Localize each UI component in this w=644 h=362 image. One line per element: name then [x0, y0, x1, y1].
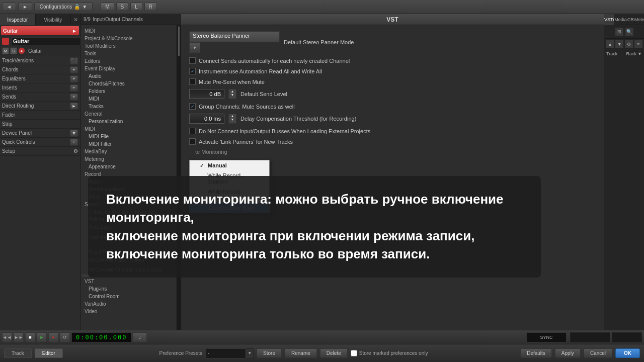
panner-select[interactable]: Stereo Balance Panner — [189, 31, 280, 42]
send-level-input[interactable] — [189, 89, 224, 99]
s-button[interactable]: S — [116, 3, 129, 11]
pref-item-midi-file[interactable]: MIDI File — [80, 133, 177, 140]
inspector-equalizers[interactable]: Equalizers + — [0, 74, 80, 83]
inserts-btn[interactable]: + — [70, 84, 78, 92]
sends-btn[interactable]: + — [70, 94, 78, 101]
vsti-grid-btn[interactable]: ⊞ — [615, 27, 624, 36]
inspector-setup[interactable]: Setup ⚙ — [0, 147, 80, 156]
pref-item-dots[interactable]: ... — [80, 241, 177, 249]
pref-item-midi-sub[interactable]: MIDI — [80, 95, 177, 103]
tab-meter[interactable]: Meter — [634, 14, 644, 25]
tab-vsti[interactable]: VSTi — [604, 14, 614, 25]
pref-item-record-midi[interactable]: MIDI — [80, 193, 177, 201]
inspector-device-panel[interactable]: Device Panel ▼ — [0, 129, 80, 138]
no-connect-checkbox[interactable] — [189, 128, 196, 134]
inspector-close-btn[interactable]: ✕ — [71, 14, 80, 25]
inspector-track-versions[interactable]: TrackVersions ⬛ — [0, 56, 80, 65]
apply-btn[interactable]: Apply — [555, 348, 581, 358]
cancel-btn[interactable]: Cancel — [584, 348, 612, 358]
sync-btn[interactable]: SYNC — [526, 332, 567, 342]
pref-scrollbar[interactable] — [177, 25, 181, 330]
inspector-guitar-section[interactable]: Guitar ► — [1, 26, 79, 35]
link-panners-checkbox[interactable] — [189, 138, 196, 145]
pref-item-metering[interactable]: Metering — [80, 155, 177, 163]
inspector-chords[interactable]: Chords + — [0, 65, 80, 74]
monitoring-option-manual[interactable]: ✓ Manual — [190, 160, 269, 170]
rename-btn[interactable]: Rename — [285, 348, 317, 358]
inspector-direct-routing[interactable]: Direct Routing ► — [0, 102, 80, 111]
pref-item-record-audio[interactable]: Audio — [80, 178, 177, 186]
configurations-dropdown[interactable]: Configurations 🔒 ▼ — [34, 3, 93, 11]
right-down-btn[interactable]: ▼ — [615, 40, 624, 49]
pref-item-tools[interactable]: Tools — [80, 50, 177, 57]
monitoring-option-tapemachine[interactable]: Tapemachine Style — [190, 203, 269, 213]
quick-controls-btn[interactable]: + — [70, 139, 78, 146]
monitoring-dropdown-menu[interactable]: ✓ Manual While Record-Enabled While Reco… — [189, 160, 270, 213]
ok-btn[interactable]: OK — [615, 348, 640, 358]
play-btn[interactable]: ► — [37, 332, 47, 342]
rewind-btn[interactable]: ◄◄ — [2, 332, 12, 342]
back-button[interactable]: ◄ — [2, 3, 16, 11]
pref-item-audio[interactable]: Audio — [80, 72, 177, 80]
pref-item-user-interface[interactable]: User Interface — [80, 234, 177, 241]
stop-btn[interactable]: ■ — [25, 332, 35, 342]
l-button[interactable]: L — [130, 3, 142, 11]
defaults-btn[interactable]: Defaults — [520, 348, 552, 358]
pref-item-midi-filter[interactable]: MIDI Filter — [80, 140, 177, 148]
track-name-input[interactable] — [11, 37, 89, 45]
pref-item-tool-modifiers[interactable]: Tool Modifiers — [80, 42, 177, 50]
store-btn[interactable]: Store — [257, 348, 282, 358]
fast-forward-btn[interactable]: ►► — [14, 332, 24, 342]
right-up-btn[interactable]: ▲ — [605, 40, 614, 49]
delete-btn[interactable]: Delete — [320, 348, 348, 358]
send-level-stepper[interactable]: ▲ ▼ — [228, 89, 236, 99]
tab-inspector[interactable]: Inspector — [0, 14, 36, 25]
store-marked-checkbox[interactable]: Store marked preferences only — [351, 350, 428, 356]
track-record-btn[interactable]: ● — [18, 47, 25, 54]
mute-presend-checkbox[interactable] — [189, 78, 196, 85]
pref-item-control-room[interactable]: Control Room — [80, 293, 177, 300]
pref-item-scores[interactable]: Scores — [80, 201, 177, 208]
inspector-fader[interactable]: Fader — [0, 111, 80, 120]
delay-comp-stepper[interactable]: ▲ ▼ — [228, 114, 236, 124]
track-solo-btn[interactable]: S — [10, 47, 17, 54]
pref-item-midi-cat[interactable]: MIDI — [80, 125, 177, 133]
monitoring-option-record-enabled[interactable]: While Record-Enabled — [190, 170, 269, 187]
right-menu-btn[interactable]: ≡ — [634, 40, 643, 49]
pref-item-midi[interactable]: MIDI — [80, 27, 177, 35]
pref-item-track-type[interactable]: Track Type Display Colors — [80, 249, 177, 256]
pref-item-record[interactable]: Record — [80, 170, 177, 178]
bottom-tab-track[interactable]: Track — [4, 348, 32, 358]
inspector-strip[interactable]: Strip — [0, 120, 80, 129]
record-btn[interactable]: ● — [48, 332, 58, 342]
vsti-search-btn[interactable]: 🔍 — [625, 27, 634, 36]
pref-item-video[interactable]: Video — [80, 308, 177, 315]
pref-item-colors-additional[interactable]: Colors for Additional Meanings — [80, 208, 177, 216]
tab-media[interactable]: Media — [614, 14, 627, 25]
pref-item-variAudio[interactable]: VariAudio — [80, 300, 177, 308]
pref-item-mediabay[interactable]: MediaBay — [80, 148, 177, 155]
connect-sends-checkbox[interactable] — [189, 57, 196, 64]
rack-select[interactable]: Rack ▼ — [626, 51, 642, 56]
metronome-btn[interactable]: ♩ — [133, 332, 147, 342]
pref-preset-dropdown[interactable]: ▼ — [246, 348, 254, 358]
store-marked-check[interactable] — [351, 350, 357, 356]
forward-button[interactable]: ► — [18, 3, 32, 11]
inspector-sends[interactable]: Sends + — [0, 93, 80, 102]
track-versions-btn[interactable]: ⬛ — [70, 57, 78, 64]
pref-item-myconsole-fader[interactable]: MyConsole Fader Colors — [80, 256, 177, 264]
r-button[interactable]: R — [144, 3, 157, 11]
pref-item-note-layer[interactable]: Note Layer — [80, 223, 177, 231]
pref-item-vst[interactable]: VST — [80, 278, 177, 285]
pref-item-plugins[interactable]: Plug-ins — [80, 285, 177, 293]
pref-item-appearance[interactable]: Appearance — [80, 163, 177, 170]
device-panel-btn[interactable]: ▼ — [70, 130, 78, 137]
pref-item-myconsole-channel[interactable]: MyConsole Channel Strip Colors — [80, 266, 177, 274]
group-channels-checkbox[interactable] — [189, 103, 196, 110]
pref-item-folders[interactable]: Folders — [80, 87, 177, 95]
equalizers-btn[interactable]: + — [70, 75, 78, 82]
pref-item-event-display[interactable]: Event Display — [80, 65, 177, 72]
tab-visibility[interactable]: Visibility — [36, 14, 71, 25]
monitoring-option-record-running[interactable]: While Record Running — [190, 187, 269, 203]
delay-comp-input[interactable] — [189, 114, 224, 124]
